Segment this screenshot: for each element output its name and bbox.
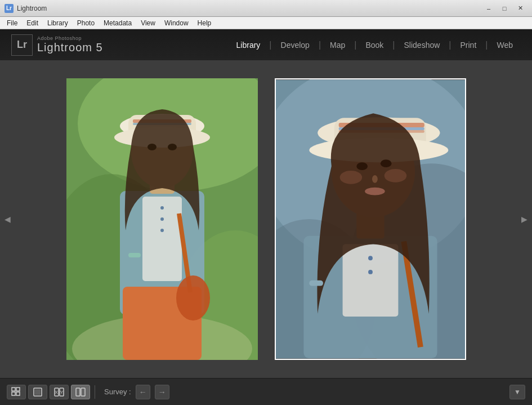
nav-sep-3: | (353, 40, 357, 50)
svg-point-40 (339, 171, 362, 184)
svg-rect-52 (35, 389, 41, 395)
window-controls: – □ ✕ (481, 3, 527, 14)
svg-rect-44 (309, 281, 323, 286)
svg-rect-58 (81, 388, 85, 396)
next-photo-button[interactable]: → (155, 385, 169, 399)
nav-bar: Lr Adobe Photoshop Lightroom 5 Library |… (0, 29, 532, 60)
svg-point-18 (168, 144, 177, 150)
svg-point-39 (380, 159, 391, 167)
lr-badge-text: Lr (17, 39, 27, 51)
compare-icon: X Y (54, 387, 64, 397)
app-name: Lightroom 5 (37, 41, 103, 54)
lr-badge: Lr (11, 34, 33, 56)
svg-point-43 (365, 188, 385, 195)
svg-point-45 (368, 256, 373, 260)
svg-point-20 (160, 206, 164, 210)
nav-slideshow[interactable]: Slideshow (396, 37, 448, 53)
app-logo: Lr Adobe Photoshop Lightroom 5 (11, 34, 103, 56)
grid-icon (11, 387, 21, 397)
right-photo-container[interactable] (275, 78, 466, 360)
svg-rect-50 (16, 392, 20, 395)
survey-label: Survey : (104, 388, 131, 396)
menu-window[interactable]: Window (160, 18, 193, 28)
svg-point-21 (160, 217, 164, 221)
left-photo-container[interactable] (66, 78, 258, 360)
lr-text-group: Adobe Photoshop Lightroom 5 (37, 35, 103, 54)
prev-photo-button[interactable]: ← (136, 385, 150, 399)
minimize-button[interactable]: – (481, 3, 496, 14)
title-bar: Lr Lightroom – □ ✕ (0, 0, 532, 17)
main-content: ◀ (0, 60, 532, 378)
nav-book[interactable]: Book (357, 37, 391, 53)
svg-point-17 (147, 144, 157, 150)
survey-view-button[interactable] (71, 385, 90, 399)
menu-photo[interactable]: Photo (73, 18, 99, 28)
compare-view-button[interactable]: X Y (50, 385, 69, 399)
svg-rect-48 (16, 388, 20, 391)
left-photo (66, 78, 258, 360)
window-title: Lightroom (17, 5, 481, 12)
menu-bar: File Edit Library Photo Metadata View Wi… (0, 17, 532, 29)
nav-sep-6: | (484, 40, 489, 50)
toolbar-right: ▼ (509, 385, 525, 399)
right-nav-arrow[interactable]: ▶ (521, 215, 527, 224)
svg-point-41 (384, 169, 406, 183)
toolbar: X Y Survey : ← → ▼ (0, 378, 532, 405)
toolbar-separator-1 (95, 385, 95, 399)
nav-web[interactable]: Web (489, 37, 521, 53)
right-photo (276, 79, 465, 359)
grid-view-button[interactable] (7, 385, 26, 399)
svg-point-9 (176, 275, 210, 321)
menu-help[interactable]: Help (193, 18, 216, 28)
menu-metadata[interactable]: Metadata (99, 18, 136, 28)
svg-point-38 (356, 162, 368, 170)
loupe-view-button[interactable] (28, 385, 47, 399)
svg-rect-28 (342, 244, 398, 316)
menu-library[interactable]: Library (43, 18, 73, 28)
loupe-icon (33, 387, 43, 397)
maximize-button[interactable]: □ (497, 3, 512, 14)
svg-point-46 (368, 270, 373, 274)
nav-library[interactable]: Library (229, 37, 269, 53)
nav-develop[interactable]: Develop (273, 37, 318, 53)
svg-rect-57 (76, 388, 80, 396)
toolbar-dropdown-button[interactable]: ▼ (509, 385, 525, 399)
svg-text:Y: Y (60, 390, 64, 395)
svg-rect-47 (12, 388, 15, 391)
svg-point-22 (160, 229, 164, 232)
survey-icon (75, 387, 86, 397)
nav-sep-4: | (391, 40, 396, 50)
app-icon: Lr (5, 4, 14, 13)
close-button[interactable]: ✕ (513, 3, 527, 14)
menu-view[interactable]: View (136, 18, 160, 28)
svg-rect-49 (12, 392, 15, 395)
nav-sep-1: | (268, 40, 272, 50)
left-nav-arrow[interactable]: ◀ (5, 215, 11, 224)
nav-items: Library | Develop | Map | Book | Slidesh… (229, 37, 521, 53)
menu-file[interactable]: File (2, 18, 22, 28)
nav-sep-5: | (448, 40, 452, 50)
menu-edit[interactable]: Edit (22, 18, 43, 28)
nav-map[interactable]: Map (322, 37, 353, 53)
svg-rect-19 (128, 253, 141, 257)
adobe-text: Adobe Photoshop (37, 35, 103, 41)
nav-print[interactable]: Print (453, 37, 485, 53)
svg-text:X: X (55, 390, 58, 395)
svg-point-42 (372, 175, 377, 183)
nav-sep-2: | (318, 40, 322, 50)
